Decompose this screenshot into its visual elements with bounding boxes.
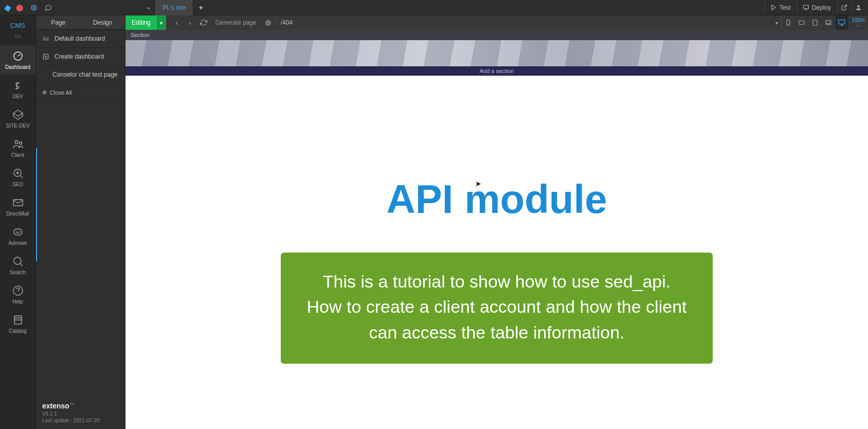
page-toolbar: Editing ▾ ‹ › Generate page /404 ▾ 100%↔ <box>125 15 868 30</box>
rail-search[interactable]: Search <box>0 250 35 279</box>
device-laptop-icon[interactable] <box>822 15 835 30</box>
menu-icon[interactable]: ▭ <box>15 32 21 40</box>
svg-rect-8 <box>13 200 23 206</box>
left-rail: CMS ▭ Dashboard DEV SITE-DEV Client SEO … <box>0 15 36 429</box>
zoom-control[interactable]: 100%↔ <box>848 17 868 28</box>
svg-point-6 <box>19 142 22 145</box>
cms-label[interactable]: CMS <box>10 19 25 32</box>
tab-collapse-button[interactable]: « <box>142 0 155 15</box>
url-path[interactable]: /404 <box>275 19 298 26</box>
device-tablet-landscape-icon[interactable] <box>795 15 808 30</box>
editing-mode-button[interactable]: Editing <box>125 15 157 30</box>
svg-rect-20 <box>839 20 845 24</box>
svg-marker-1 <box>771 5 775 10</box>
active-indicator <box>36 148 37 261</box>
page-canvas: Section Add a section ➤ API module This … <box>125 30 868 429</box>
side-panel: Page Design Default dashboard Create das… <box>36 15 125 429</box>
nav-forward-icon[interactable]: › <box>184 15 197 30</box>
rail-dev[interactable]: DEV <box>0 74 35 103</box>
svg-text:ad: ad <box>15 230 20 235</box>
device-mobile-icon[interactable] <box>782 15 795 30</box>
chat-icon[interactable] <box>42 2 55 14</box>
breadcrumb[interactable]: Section <box>125 30 868 40</box>
generate-page-button[interactable]: Generate page <box>210 19 262 26</box>
menu-conselor-chat[interactable]: Conselor chat test page <box>36 66 125 84</box>
svg-rect-18 <box>813 20 817 26</box>
user-icon[interactable] <box>852 2 865 14</box>
site-tab[interactable]: PL's site <box>155 0 193 15</box>
svg-point-3 <box>857 5 859 7</box>
add-section-button[interactable]: Add a section <box>125 66 868 76</box>
device-tablet-portrait-icon[interactable] <box>808 15 822 30</box>
svg-point-5 <box>15 140 18 144</box>
tab-design[interactable]: Design <box>81 15 125 30</box>
rail-dashboard[interactable]: Dashboard <box>0 45 35 74</box>
page-settings-icon[interactable] <box>262 15 275 30</box>
topbar: ◆ ⬤ « PL's site ✦ Test Deploy <box>0 0 868 15</box>
refresh-icon[interactable] <box>197 15 210 30</box>
record-icon[interactable]: ⬤ <box>13 2 26 14</box>
deploy-button[interactable]: Deploy <box>797 2 836 14</box>
device-desktop-icon[interactable] <box>835 15 848 30</box>
rail-help[interactable]: Help <box>0 279 35 309</box>
add-tab-button[interactable]: ✦ <box>193 4 209 12</box>
rail-adnowe[interactable]: ad Adnowe <box>0 221 35 250</box>
tab-page[interactable]: Page <box>36 15 81 30</box>
page-body: ➤ API module This is a tutorial to show … <box>125 76 868 429</box>
editing-dropdown-icon[interactable]: ▾ <box>157 15 166 30</box>
test-button[interactable]: Test <box>765 2 796 14</box>
svg-point-0 <box>33 7 35 9</box>
external-link-icon[interactable] <box>837 2 851 14</box>
svg-rect-19 <box>826 21 831 24</box>
svg-rect-2 <box>803 5 808 9</box>
gear-icon[interactable] <box>28 2 40 14</box>
svg-point-11 <box>14 257 21 264</box>
app-logo-icon: ◆ <box>3 1 12 13</box>
close-icon: ⊗ <box>42 89 47 96</box>
nav-back-icon[interactable]: ‹ <box>170 15 184 30</box>
rail-directmail[interactable]: DirectMail <box>0 191 35 221</box>
menu-default-dashboard[interactable]: Default dashboard <box>36 30 125 48</box>
url-dropdown-icon[interactable]: ▾ <box>772 20 781 26</box>
page-title: API module <box>125 76 868 223</box>
intro-callout: This is a tutorial to show how to use se… <box>281 253 713 364</box>
rail-sitedev[interactable]: SITE-DEV <box>0 103 35 133</box>
close-all-button[interactable]: ⊗ Close All <box>36 84 125 101</box>
svg-point-15 <box>267 22 269 23</box>
svg-rect-17 <box>799 21 805 25</box>
hero-image-strip <box>125 40 868 66</box>
rail-catalog[interactable]: Catalog <box>0 309 35 338</box>
rail-client[interactable]: Client <box>0 133 35 162</box>
rail-seo[interactable]: SEO <box>0 162 35 191</box>
menu-create-dashboard[interactable]: Create dashboard <box>36 48 125 66</box>
panel-footer: extenso™ V6.1.1 Last update : 2021-07-20 <box>36 397 125 429</box>
